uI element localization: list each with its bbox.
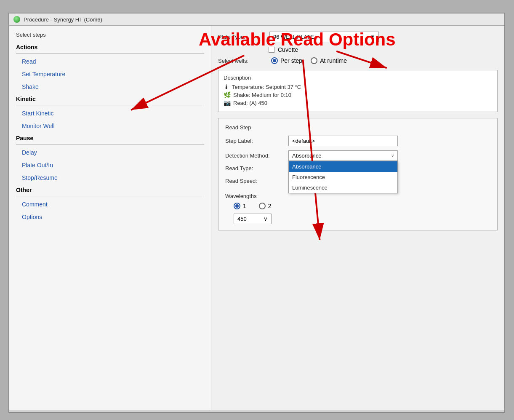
desc-shake-text: Shake: Medium for 0:10 <box>233 92 291 98</box>
wavelength-radio-1-label: 1 <box>243 203 246 209</box>
desc-temperature-text: Temperature: Setpoint 37 °C <box>232 84 301 90</box>
select-wells-row: Select wells: Per step At runtime <box>218 57 498 64</box>
menu-item-delay[interactable]: Delay <box>9 146 211 159</box>
menu-item-set-temperature[interactable]: Set Temperature <box>9 68 211 80</box>
radio-at-runtime-label: At runtime <box>320 57 347 64</box>
wavelength-arrow-icon: ∨ <box>264 216 268 222</box>
description-title: Description <box>224 75 492 81</box>
desc-shake: 🌿 Shake: Medium for 0:10 <box>224 91 492 98</box>
annotation-title: Available Read Options <box>199 29 396 50</box>
divider-pause <box>16 144 204 144</box>
radio-per-step[interactable]: Per step <box>271 57 302 64</box>
menu-item-comment[interactable]: Comment <box>9 198 211 211</box>
shake-icon: 🌿 <box>224 91 231 98</box>
wavelengths-section: Wavelengths 1 2 450 <box>225 193 490 224</box>
divider-kinetic <box>16 105 204 105</box>
menu-item-options[interactable]: Options <box>9 211 211 223</box>
section-actions: Actions <box>9 41 211 52</box>
read-step-box: Read Step Step Label: Detection Method: … <box>218 118 498 230</box>
detection-method-arrow-icon: ∨ <box>391 153 394 158</box>
menu-item-stop-resume[interactable]: Stop/Resume <box>9 171 211 184</box>
read-speed-label: Read Speed: <box>225 178 288 184</box>
read-icon: 📷 <box>224 99 231 106</box>
wavelength-radio-2[interactable]: 2 <box>259 203 272 209</box>
step-label-input[interactable] <box>288 136 398 146</box>
section-kinetic: Kinetic <box>9 93 211 104</box>
detection-method-label: Detection Method: <box>225 152 288 159</box>
wavelength-value: 450 <box>237 216 247 222</box>
detection-option-absorbance[interactable]: Absorbance <box>289 161 397 172</box>
select-wells-label: Select wells: <box>218 58 264 64</box>
select-wells-radio-group: Per step At runtime <box>271 57 347 64</box>
radio-per-step-circle <box>271 57 278 64</box>
divider-actions <box>16 53 204 54</box>
wavelength-radio-1[interactable]: 1 <box>234 203 246 209</box>
wavelength-radio-1-circle <box>234 203 240 209</box>
section-pause: Pause <box>9 132 211 143</box>
radio-per-step-label: Per step <box>280 57 302 64</box>
select-steps-label: Select steps <box>9 30 211 41</box>
menu-item-monitor-well[interactable]: Monitor Well <box>9 120 211 132</box>
wavelengths-label: Wavelengths <box>225 193 490 199</box>
menu-item-start-kinetic[interactable]: Start Kinetic <box>9 107 211 120</box>
radio-at-runtime-circle <box>311 57 317 64</box>
desc-read-text: Read: (A) 450 <box>233 100 267 106</box>
radio-at-runtime[interactable]: At runtime <box>311 57 347 64</box>
title-bar: Procedure - Synergy HT (Com6) <box>9 13 504 26</box>
section-other: Other <box>9 184 211 195</box>
menu-item-shake[interactable]: Shake <box>9 80 211 93</box>
window-title: Procedure - Synergy HT (Com6) <box>24 16 102 23</box>
detection-method-dropdown: Absorbance Fluorescence Luminescence <box>288 161 398 193</box>
detection-method-select[interactable]: Absorbance ∨ <box>288 150 398 161</box>
wavelength-radios: 1 2 <box>225 203 490 209</box>
left-panel: Select steps Actions Read Set Temperatur… <box>9 26 211 410</box>
read-type-label: Read Type: <box>225 165 288 171</box>
detection-method-value: Absorbance <box>292 152 321 159</box>
desc-read: 📷 Read: (A) 450 <box>224 99 492 106</box>
wavelength-radio-2-circle <box>259 203 266 209</box>
divider-other <box>16 196 204 196</box>
detection-method-wrapper: Absorbance ∨ Absorbance Fluorescence Lum… <box>288 150 398 161</box>
temperature-icon: 🌡 <box>224 83 229 90</box>
menu-item-read[interactable]: Read <box>9 55 211 68</box>
window-icon <box>13 16 20 23</box>
desc-temperature: 🌡 Temperature: Setpoint 37 °C <box>224 83 492 90</box>
detection-method-row: Detection Method: Absorbance ∨ Absorbanc… <box>225 150 490 161</box>
detection-option-luminescence[interactable]: Luminescence <box>289 182 397 193</box>
wavelength-select[interactable]: 450 ∨ <box>234 214 272 224</box>
description-box: Description 🌡 Temperature: Setpoint 37 °… <box>218 70 498 112</box>
right-panel: Plate Type: 96 WELL PLATE ▼ Cuvette Sele… <box>211 26 504 410</box>
menu-item-plate-out-in[interactable]: Plate Out/In <box>9 159 211 171</box>
step-label-label: Step Label: <box>225 138 288 144</box>
detection-option-fluorescence[interactable]: Fluorescence <box>289 172 397 182</box>
wavelength-input-row: 450 ∨ <box>225 214 490 224</box>
step-label-row: Step Label: <box>225 136 490 146</box>
read-step-title: Read Step <box>225 124 490 131</box>
wavelength-radio-2-label: 2 <box>268 203 272 209</box>
